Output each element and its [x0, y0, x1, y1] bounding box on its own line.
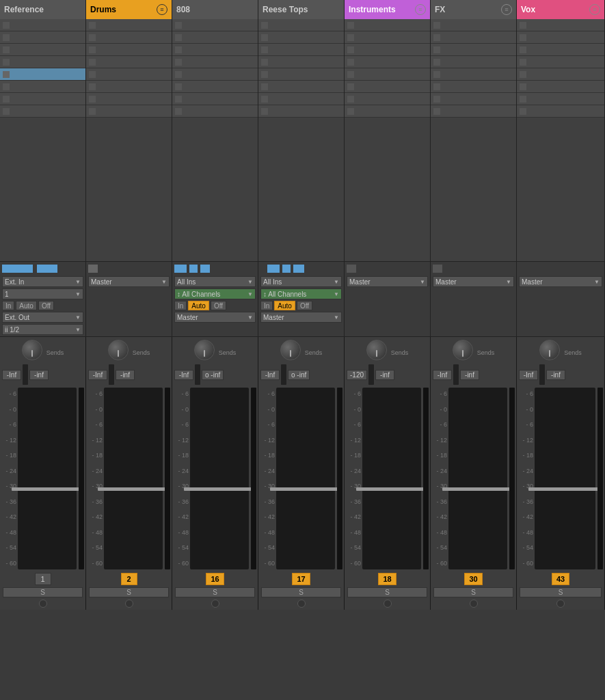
io-in-select-808[interactable]: All Ins▼ [174, 276, 256, 287]
io-in-sub-select-reference[interactable]: 1▼ [2, 288, 83, 299]
clip-slot-fx-2[interactable] [431, 44, 516, 56]
clip-slot-drums-2[interactable] [86, 44, 172, 56]
pattern-block[interactable] [267, 265, 280, 273]
track-num-vox[interactable]: 43 [552, 573, 569, 585]
fader-handle-reese[interactable] [270, 487, 340, 491]
pattern-block[interactable] [200, 265, 210, 273]
clip-slot-fx-3[interactable] [431, 56, 516, 68]
pattern-block[interactable] [174, 265, 187, 273]
track-menu-fx[interactable]: ≡ [501, 4, 512, 15]
monitor-btn-off-reference[interactable]: Off [38, 301, 54, 310]
clip-slot-vox-5[interactable] [517, 81, 604, 93]
clip-slot-fx-4[interactable] [431, 68, 516, 81]
track-num-reese[interactable]: 17 [292, 573, 310, 585]
io-out-sub-select-reference[interactable]: ii 1/2▼ [2, 324, 83, 335]
fader-rail-808[interactable] [190, 388, 249, 569]
arm-btn-vox[interactable] [556, 600, 565, 608]
io-in-sub-select-reese[interactable]: ↕ All Channels▼ [260, 288, 342, 299]
clip-slot-reference-0[interactable] [0, 19, 85, 31]
fader-handle-vox[interactable] [528, 487, 602, 491]
solo-btn-vox[interactable]: S [520, 587, 602, 597]
monitor-btn-in-reference[interactable]: In [2, 301, 14, 310]
clip-slot-reference-7[interactable] [0, 105, 85, 118]
track-menu-drums[interactable]: ≡ [157, 4, 167, 15]
sends-knob-reese[interactable] [280, 340, 301, 360]
fader-rail-drums[interactable] [104, 388, 163, 569]
clip-slot-reference-1[interactable] [0, 31, 85, 44]
fader-handle-fx[interactable] [442, 487, 513, 491]
track-header-vox[interactable]: Vox≡ [517, 0, 605, 19]
io-out-select-fx[interactable]: Master▼ [433, 276, 514, 287]
clip-slot-reese-1[interactable] [258, 31, 344, 44]
clip-slot-fx-6[interactable] [431, 93, 516, 105]
fader-handle-instruments[interactable] [356, 487, 427, 491]
monitor-btn-off-reese[interactable]: Off [297, 301, 312, 310]
track-header-reese[interactable]: Reese Tops [258, 0, 345, 19]
arm-btn-reese[interactable] [297, 600, 306, 608]
solo-btn-808[interactable]: S [175, 587, 255, 597]
pattern-block[interactable] [433, 265, 442, 273]
track-num-fx[interactable]: 30 [464, 573, 482, 585]
io-out-select-reference[interactable]: Ext. Out▼ [2, 312, 83, 323]
pattern-block[interactable] [189, 265, 198, 273]
track-menu-vox[interactable]: ≡ [589, 4, 600, 15]
clip-slot-reference-2[interactable] [0, 44, 85, 56]
clip-slot-drums-0[interactable] [86, 19, 172, 31]
clip-slot-fx-1[interactable] [431, 31, 516, 44]
clip-slot-instruments-2[interactable] [345, 44, 430, 56]
clip-slot-fx-0[interactable] [431, 19, 516, 31]
sends-knob-fx[interactable] [453, 340, 473, 360]
io-out-select-instruments[interactable]: Master▼ [347, 276, 428, 287]
track-num-instruments[interactable]: 18 [378, 573, 396, 585]
fader-rail-fx[interactable] [448, 388, 507, 569]
solo-btn-reese[interactable]: S [261, 587, 341, 597]
clip-slot-instruments-5[interactable] [345, 81, 430, 93]
pattern-block[interactable] [37, 265, 57, 273]
clip-slot-instruments-0[interactable] [345, 19, 430, 31]
fader-rail-reference[interactable] [18, 388, 77, 569]
clip-slot-reference-4[interactable] [0, 68, 85, 81]
sends-knob-reference[interactable] [22, 340, 42, 360]
fader-rail-vox[interactable] [535, 388, 595, 569]
io-out-select-reese[interactable]: Master▼ [260, 312, 342, 323]
clip-slot-vox-1[interactable] [517, 31, 604, 44]
io-in-sub-select-808[interactable]: ↕ All Channels▼ [174, 288, 256, 299]
clip-slot-reese-6[interactable] [258, 93, 344, 105]
sends-knob-vox[interactable] [539, 340, 560, 360]
clip-slot-fx-5[interactable] [431, 81, 516, 93]
clip-slot-reese-3[interactable] [258, 56, 344, 68]
fader-rail-instruments[interactable] [362, 388, 421, 569]
io-in-select-reference[interactable]: Ext. In▼ [2, 276, 83, 287]
track-header-drums[interactable]: Drums≡ [86, 0, 172, 19]
clip-slot-vox-2[interactable] [517, 44, 604, 56]
track-header-instruments[interactable]: Instruments≡ [345, 0, 431, 19]
clip-slot-808-6[interactable] [172, 93, 258, 105]
solo-btn-reference[interactable]: S [3, 587, 83, 597]
io-in-select-reese[interactable]: All Ins▼ [260, 276, 342, 287]
clip-slot-808-5[interactable] [172, 81, 258, 93]
sends-knob-drums[interactable] [108, 340, 129, 360]
clip-slot-reese-7[interactable] [258, 105, 344, 118]
clip-slot-instruments-3[interactable] [345, 56, 430, 68]
clip-slot-reference-3[interactable] [0, 56, 85, 68]
clip-slot-808-7[interactable] [172, 105, 258, 118]
arm-btn-drums[interactable] [125, 600, 133, 608]
sends-knob-808[interactable] [194, 340, 215, 360]
solo-btn-instruments[interactable]: S [347, 587, 427, 597]
monitor-btn-auto-reese[interactable]: Auto [274, 301, 295, 310]
monitor-btn-in-reese[interactable]: In [260, 301, 273, 310]
clip-slot-reese-4[interactable] [258, 68, 344, 81]
track-header-reference[interactable]: Reference [0, 0, 86, 19]
monitor-btn-off-808[interactable]: Off [211, 301, 226, 310]
io-out-select-808[interactable]: Master▼ [174, 312, 256, 323]
pattern-block[interactable] [2, 265, 33, 273]
clip-slot-instruments-6[interactable] [345, 93, 430, 105]
fader-handle-reference[interactable] [12, 487, 82, 491]
clip-slot-reese-0[interactable] [258, 19, 344, 31]
sends-knob-instruments[interactable] [366, 340, 387, 360]
arm-btn-instruments[interactable] [384, 600, 392, 608]
fader-rail-reese[interactable] [276, 388, 335, 569]
monitor-btn-in-808[interactable]: In [174, 301, 187, 310]
solo-btn-fx[interactable]: S [433, 587, 513, 597]
io-out-select-vox[interactable]: Master▼ [519, 276, 602, 287]
